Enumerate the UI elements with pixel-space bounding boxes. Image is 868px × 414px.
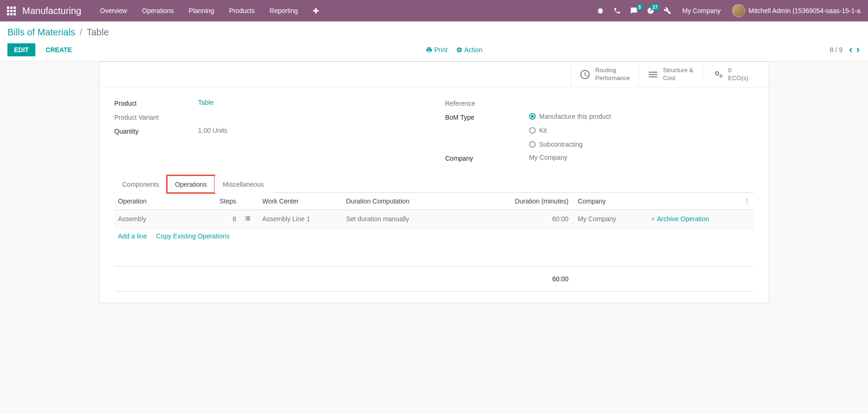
apps-menu-icon[interactable] — [4, 3, 19, 18]
messages-badge: 5 — [636, 4, 644, 10]
username: Mitchell Admin (15369054-saas-15-1-a — [749, 7, 861, 14]
operation-row[interactable]: Assembly 8 Assembly Line 1 Set duration … — [114, 210, 754, 228]
pager-position[interactable]: 8 / 9 — [830, 46, 842, 54]
user-menu[interactable]: Mitchell Admin (15369054-saas-15-1-a — [728, 4, 864, 17]
label-variant: Product Variant — [114, 113, 198, 121]
nav-reporting[interactable]: Reporting — [262, 0, 305, 21]
stat-ecos[interactable]: 0ECO(s) — [704, 62, 769, 87]
value-company: My Company — [529, 154, 754, 161]
gears-icon — [713, 69, 724, 80]
debug-icon[interactable] — [593, 3, 608, 18]
clock-icon — [579, 69, 591, 80]
radio-manufacture[interactable]: Manufacture this product — [529, 113, 754, 120]
activities-badge: 27 — [650, 4, 660, 10]
create-button[interactable]: Create — [39, 43, 79, 56]
label-bom-type: BoM Type — [445, 113, 529, 121]
th-duration[interactable]: Duration (minutes) — [503, 193, 572, 210]
nav-planning[interactable]: Planning — [182, 0, 222, 21]
tab-components[interactable]: Components — [114, 176, 167, 193]
product-link[interactable]: Table — [198, 99, 214, 106]
column-options-icon[interactable]: ⋮ — [740, 193, 754, 210]
pager-next-icon[interactable]: › — [855, 44, 861, 56]
avatar — [732, 4, 745, 17]
stat-structure-cost[interactable]: Structure &Cost — [639, 62, 704, 87]
radio-subcontracting[interactable]: Subcontracting — [529, 141, 754, 148]
nav-products[interactable]: Products — [222, 0, 262, 21]
th-steps[interactable]: Steps — [208, 193, 240, 210]
steps-list-icon[interactable] — [240, 210, 259, 228]
total-duration: 60:00 — [503, 267, 572, 292]
action-button[interactable]: Action — [456, 46, 483, 54]
breadcrumb: Bills of Materials / Table — [7, 27, 861, 38]
nav-add-icon[interactable]: ✚ — [305, 0, 326, 21]
label-company: Company — [445, 154, 529, 162]
edit-button[interactable]: Edit — [7, 43, 35, 56]
breadcrumb-parent[interactable]: Bills of Materials — [7, 27, 75, 37]
cell-company: My Company — [572, 210, 647, 228]
label-quantity: Quantity — [114, 127, 198, 135]
radio-kit[interactable]: Kit — [529, 127, 754, 134]
stat-routing-performance[interactable]: RoutingPerformance — [571, 62, 638, 87]
cell-steps: 8 — [208, 210, 240, 228]
cell-workcenter: Assembly Line 1 — [259, 210, 343, 228]
phone-icon[interactable] — [610, 3, 625, 18]
th-company[interactable]: Company — [572, 193, 647, 210]
value-unit: Units — [213, 127, 228, 134]
tab-operations[interactable]: Operations — [167, 176, 215, 193]
label-reference: Reference — [445, 99, 529, 107]
pager-prev-icon[interactable]: ‹ — [848, 44, 853, 56]
breadcrumb-current: Table — [87, 27, 109, 37]
copy-operations-link[interactable]: Copy Existing Operations — [156, 232, 229, 240]
nav-overview[interactable]: Overview — [93, 0, 135, 21]
cell-duration-comp: Set duration manually — [343, 210, 503, 228]
th-workcenter[interactable]: Work Center — [259, 193, 343, 210]
messages-icon[interactable]: 5 — [626, 3, 641, 18]
value-quantity: 1.00 — [198, 127, 211, 134]
cell-operation: Assembly — [114, 210, 208, 228]
label-product: Product — [114, 99, 198, 107]
archive-operation-link[interactable]: Archive Operation — [651, 215, 736, 223]
app-brand[interactable]: Manufacturing — [22, 6, 81, 16]
cell-duration: 60:00 — [503, 210, 572, 228]
add-line-link[interactable]: Add a line — [118, 232, 147, 240]
tools-icon[interactable] — [660, 3, 675, 18]
list-icon — [647, 69, 659, 80]
th-operation[interactable]: Operation — [114, 193, 208, 210]
th-duration-comp[interactable]: Duration Computation — [343, 193, 503, 210]
activities-icon[interactable]: 27 — [643, 3, 658, 18]
nav-operations[interactable]: Operations — [135, 0, 181, 21]
tab-miscellaneous[interactable]: Miscellaneous — [215, 176, 272, 193]
company-selector[interactable]: My Company — [677, 7, 726, 14]
print-button[interactable]: Print — [426, 46, 448, 54]
